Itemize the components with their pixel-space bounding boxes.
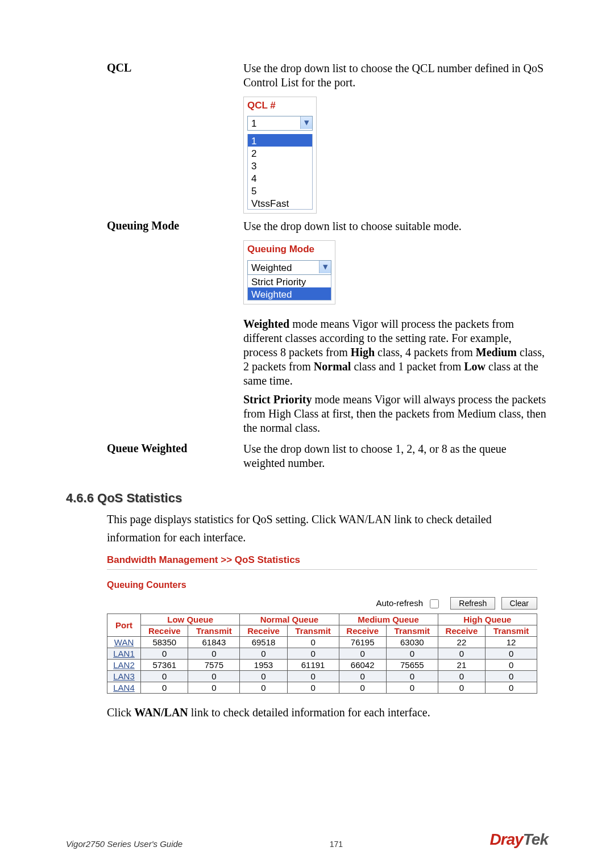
data-cell: 58350: [141, 636, 188, 648]
data-cell: 0: [339, 670, 386, 682]
queuing-counters-table: Port Low Queue Normal Queue Medium Queue…: [107, 614, 537, 694]
strict-paragraph: Strict Priority mode means Vigor will al…: [243, 393, 548, 435]
clear-button[interactable]: Clear: [501, 597, 537, 610]
auto-refresh-label: Auto-refresh: [376, 598, 423, 608]
col-transmit: Transmit: [287, 625, 339, 636]
data-cell: 0: [287, 682, 339, 693]
qm-selected-value: Weighted: [251, 262, 292, 274]
qcl-option[interactable]: 3: [248, 159, 312, 172]
port-link[interactable]: LAN4: [113, 683, 135, 692]
breadcrumb: Bandwidth Management >> QoS Statistics: [107, 554, 537, 570]
table-row: LAN25736175751953611916604275655210: [107, 659, 537, 670]
port-link[interactable]: WAN: [114, 637, 134, 647]
data-cell: 0: [240, 682, 287, 693]
data-cell: 63030: [386, 636, 438, 648]
data-cell: 0: [188, 648, 240, 659]
col-port: Port: [107, 614, 141, 636]
data-cell: 61191: [287, 659, 339, 670]
col-transmit: Transmit: [188, 625, 240, 636]
data-cell: 57361: [141, 659, 188, 670]
port-link[interactable]: LAN2: [113, 660, 135, 670]
dropdown-arrow-icon[interactable]: ▾: [300, 116, 312, 129]
data-cell: 0: [438, 670, 485, 682]
col-low-queue: Low Queue: [141, 614, 240, 625]
col-receive: Receive: [339, 625, 386, 636]
qcl-header: QCL #: [244, 97, 316, 112]
data-cell: 1953: [240, 659, 287, 670]
qm-option[interactable]: Strict Priority: [248, 275, 331, 287]
qcl-selected-value: 1: [251, 118, 256, 130]
qm-header: Queuing Mode: [244, 241, 335, 256]
data-cell: 0: [386, 682, 438, 693]
footnote: Click WAN/LAN link to check detailed inf…: [107, 706, 548, 719]
col-normal-queue: Normal Queue: [240, 614, 339, 625]
col-transmit: Transmit: [386, 625, 438, 636]
data-cell: 0: [141, 648, 188, 659]
data-cell: 0: [339, 682, 386, 693]
qcl-dropdown-screenshot: QCL # 1 ▾ 1 2 3 4 5 VtssFast: [243, 97, 317, 214]
table-row: LAN100000000: [107, 648, 537, 659]
qcl-select[interactable]: 1 ▾: [247, 116, 313, 131]
data-cell: 0: [287, 636, 339, 648]
data-cell: 0: [240, 648, 287, 659]
qm-option[interactable]: Weighted: [248, 287, 331, 300]
data-cell: 0: [188, 670, 240, 682]
data-cell: 0: [141, 670, 188, 682]
data-cell: 0: [240, 670, 287, 682]
page-number: 171: [319, 840, 353, 849]
dropdown-arrow-icon[interactable]: ▾: [319, 261, 331, 273]
qcl-option[interactable]: 1: [248, 134, 312, 147]
data-cell: 66042: [339, 659, 386, 670]
queuing-mode-description: Use the drop down list to choose suitabl…: [243, 219, 548, 233]
col-receive: Receive: [240, 625, 287, 636]
section-intro: This page displays statistics for QoS se…: [107, 510, 548, 546]
qm-option-list: Strict Priority Weighted: [247, 275, 331, 301]
table-row: LAN400000000: [107, 682, 537, 693]
port-link[interactable]: LAN1: [113, 649, 135, 658]
qcl-description: Use the drop down list to choose the QCL…: [243, 61, 548, 90]
queue-weighted-description: Use the drop down list to choose 1, 2, 4…: [243, 442, 548, 470]
qcl-option[interactable]: VtssFast: [248, 197, 312, 209]
data-cell: 0: [438, 682, 485, 693]
qcl-option[interactable]: 4: [248, 172, 312, 184]
data-cell: 69518: [240, 636, 287, 648]
table-row: WAN583506184369518076195630302212: [107, 636, 537, 648]
data-cell: 0: [287, 648, 339, 659]
data-cell: 0: [486, 682, 537, 693]
weighted-paragraph: Weighted mode means Vigor will process t…: [243, 317, 548, 388]
qcl-label: QCL: [66, 61, 243, 214]
data-cell: 0: [486, 659, 537, 670]
col-receive: Receive: [141, 625, 188, 636]
refresh-button[interactable]: Refresh: [450, 597, 495, 610]
queuing-mode-dropdown-screenshot: Queuing Mode Weighted ▾ Strict Priority …: [243, 240, 335, 304]
queuing-mode-label: Queuing Mode: [66, 219, 243, 439]
data-cell: 12: [486, 636, 537, 648]
data-cell: 0: [188, 682, 240, 693]
data-cell: 0: [287, 670, 339, 682]
port-cell: LAN3: [107, 670, 141, 682]
port-cell: LAN2: [107, 659, 141, 670]
data-cell: 0: [438, 648, 485, 659]
queuing-counters-heading: Queuing Counters: [107, 580, 548, 590]
col-medium-queue: Medium Queue: [339, 614, 438, 625]
qcl-option[interactable]: 2: [248, 147, 312, 159]
table-row: LAN300000000: [107, 670, 537, 682]
queue-weighted-label: Queue Weighted: [66, 442, 243, 475]
port-cell: LAN1: [107, 648, 141, 659]
qcl-option[interactable]: 5: [248, 184, 312, 197]
data-cell: 76195: [339, 636, 386, 648]
footer-guide: Vigor2750 Series User's Guide: [66, 839, 182, 849]
auto-refresh-checkbox[interactable]: [430, 599, 439, 608]
data-cell: 0: [386, 648, 438, 659]
qm-select[interactable]: Weighted ▾: [247, 260, 331, 275]
data-cell: 0: [486, 648, 537, 659]
data-cell: 7575: [188, 659, 240, 670]
data-cell: 0: [141, 682, 188, 693]
data-cell: 75655: [386, 659, 438, 670]
brand-logo: DrayTek: [490, 831, 548, 849]
col-high-queue: High Queue: [438, 614, 537, 625]
data-cell: 61843: [188, 636, 240, 648]
data-cell: 21: [438, 659, 485, 670]
data-cell: 0: [339, 648, 386, 659]
port-link[interactable]: LAN3: [113, 671, 135, 681]
